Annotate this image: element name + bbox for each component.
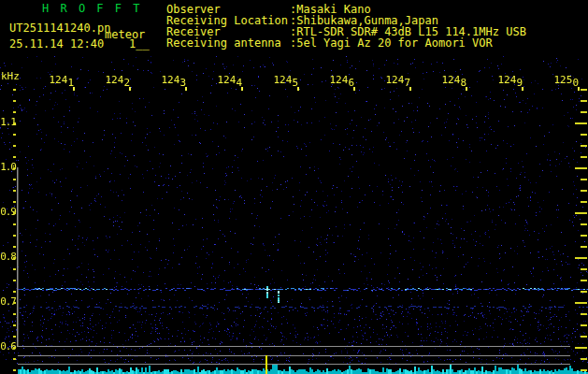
khz-tick-right [581, 179, 587, 180]
khz-tick-left [13, 223, 16, 225]
app-title: H R O F F T [42, 3, 142, 14]
khz-tick-left [13, 156, 16, 158]
output-filename: UT2511141240.pn [9, 22, 110, 34]
khz-tick-left [13, 167, 16, 169]
time-tick-label: 1250 [550, 75, 579, 85]
time-tick-label: 1242 [101, 75, 130, 85]
time-tick [578, 87, 580, 91]
khz-tick-right [581, 313, 587, 315]
khz-tick-left [13, 280, 16, 281]
khz-tick-left [13, 235, 16, 237]
time-tick-label: 1243 [157, 75, 186, 85]
metadata-label: Receiving antenna [166, 37, 281, 49]
khz-tick-left [13, 190, 16, 192]
khz-tick-right [581, 246, 587, 248]
datetime-label: 25.11.14 12:40 [9, 38, 104, 50]
time-tick [353, 87, 355, 91]
khz-tick-right [581, 89, 587, 91]
khz-tick-right [581, 223, 587, 225]
khz-axis-unit: kHz [1, 71, 20, 82]
khz-tick-right [575, 167, 587, 169]
time-tick [129, 87, 131, 91]
khz-tick-left [13, 347, 16, 349]
khz-tick-left [13, 369, 16, 371]
time-tick-label: 1245 [269, 75, 298, 85]
khz-tick-right [581, 134, 587, 136]
khz-tick-left [13, 122, 16, 124]
khz-tick-left [13, 336, 16, 338]
time-tick [409, 87, 411, 91]
khz-tick-right [581, 190, 587, 192]
khz-tick-right [575, 302, 587, 304]
khz-tick-right [581, 235, 587, 237]
time-tick [73, 87, 75, 91]
khz-tick-left [13, 313, 16, 315]
khz-tick-right [581, 324, 587, 326]
khz-tick-left [13, 212, 16, 214]
khz-tick-right [581, 280, 587, 281]
time-tick [522, 87, 523, 91]
khz-tick-left [13, 257, 16, 259]
khz-tick-left [13, 246, 16, 248]
time-tick [185, 87, 187, 91]
time-tick [241, 87, 243, 91]
time-tick [297, 87, 299, 91]
khz-tick-right [581, 268, 587, 270]
khz-tick-left [13, 145, 16, 147]
time-tick-label: 1246 [325, 75, 354, 85]
spectrogram-canvas [0, 56, 588, 374]
khz-tick-left [13, 358, 16, 360]
khz-tick-left [13, 291, 16, 293]
khz-tick-right [581, 291, 587, 293]
time-tick-label: 1247 [381, 75, 410, 85]
khz-tick-right [581, 336, 587, 338]
khz-tick-right [575, 122, 587, 124]
khz-tick-left [13, 134, 16, 136]
counter-label: 1__ [129, 38, 150, 50]
time-tick-label: 1249 [494, 75, 523, 85]
khz-tick-right [581, 201, 587, 203]
khz-tick-left [13, 111, 16, 113]
khz-tick-left [13, 89, 16, 91]
time-tick-label: 1244 [213, 75, 242, 85]
khz-tick-left [13, 100, 16, 102]
time-tick-label: 1248 [437, 75, 466, 85]
khz-tick-right [581, 369, 587, 371]
khz-tick-right [575, 212, 587, 214]
khz-tick-left [13, 268, 16, 270]
khz-tick-right [581, 145, 587, 147]
khz-tick-right [581, 111, 587, 113]
time-tick-label: 1241 [45, 75, 74, 85]
khz-tick-right [575, 347, 587, 349]
khz-tick-right [581, 358, 587, 360]
hrofft-window: H R O F F T UT2511141240.pn meteor 25.11… [0, 0, 588, 374]
khz-tick-right [581, 156, 587, 158]
khz-tick-left [13, 302, 16, 304]
khz-tick-right [581, 100, 587, 102]
khz-tick-left [13, 179, 16, 180]
time-tick [466, 87, 467, 91]
metadata-value: :5el Yagi Az 20 for Aomori VOR [290, 37, 493, 49]
khz-tick-left [13, 201, 16, 203]
khz-tick-left [13, 324, 16, 326]
khz-tick-right [575, 257, 587, 259]
